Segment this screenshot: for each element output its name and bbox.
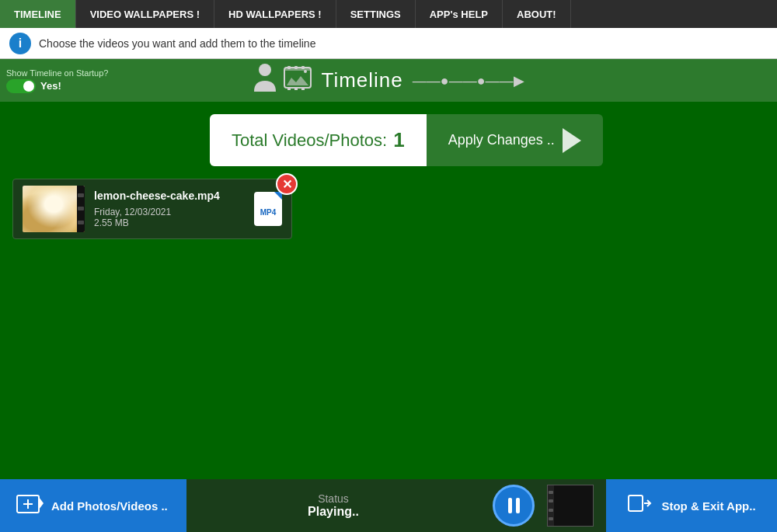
photo-icon [284,65,312,96]
toggle-row: Yes! [6,79,61,93]
action-row: Total Videos/Photos: 1 Apply Changes .. [0,102,777,166]
svg-rect-8 [294,88,298,90]
status-label: Status [318,492,349,505]
pause-bar-2 [516,498,520,513]
status-value: Playing.. [308,505,359,519]
main-area: Total Videos/Photos: 1 Apply Changes .. [0,102,777,532]
nav-item-settings[interactable]: SETTINGS [336,0,416,28]
nav-item-apps-help[interactable]: APP's HELP [416,0,503,28]
info-bar: i Choose the videos you want and add the… [0,28,777,59]
pause-bar-1 [508,498,512,513]
fp-hole [549,517,553,520]
video-list: lemon-cheese-cake.mp4 Friday, 12/03/2021… [0,166,777,239]
add-photos-label: Add Photos/Videos .. [51,499,168,513]
apply-changes-label: Apply Changes .. [448,132,555,148]
info-icon: i [9,33,31,54]
svg-rect-9 [301,88,305,90]
nav-item-timeline[interactable]: TIMELINE [0,0,76,28]
timeline-icon-group [253,62,312,99]
film-preview-strip-left [548,485,554,526]
thumbnail-image [23,186,85,232]
play-arrow-icon [563,128,581,153]
video-info: lemon-cheese-cake.mp4 Friday, 12/03/2021… [94,190,248,228]
timeline-center: Timeline ——●——●——▶ [12,62,765,99]
total-count: 1 [393,128,404,152]
svg-rect-5 [294,66,298,69]
exit-icon [627,491,652,521]
stop-exit-label: Stop & Exit App.. [661,499,755,513]
timeline-header: Show Timeline on Startup? Yes! [0,59,777,102]
fp-hole [549,499,553,502]
timeline-title: Timeline [321,68,402,92]
add-photos-button[interactable]: Add Photos/Videos .. [0,479,186,532]
nav-item-hd-wallpapers[interactable]: HD WALLPAPERS ! [214,0,336,28]
svg-point-0 [259,64,271,76]
film-arrow-icon: ——●——●——▶ [413,72,524,89]
svg-marker-11 [39,497,44,509]
film-hole [78,193,84,197]
svg-rect-4 [287,66,291,69]
startup-label: Show Timeline on Startup? [6,68,108,78]
total-label: Total Videos/Photos: [232,130,387,151]
film-strip-right [77,186,85,232]
fp-hole [549,509,553,512]
stop-exit-button[interactable]: Stop & Exit App.. [606,479,777,532]
pause-button[interactable] [493,485,535,527]
video-thumbnail [23,186,85,232]
pause-icon [508,498,520,513]
video-item: lemon-cheese-cake.mp4 Friday, 12/03/2021… [12,179,292,239]
toggle-yes-label: Yes! [40,80,61,92]
status-area: Status Playing.. [186,492,480,519]
startup-toggle[interactable] [6,79,36,93]
svg-rect-6 [301,66,305,69]
nav-bar: TIMELINE VIDEO WALLPAPERS ! HD WALLPAPER… [0,0,777,28]
total-card: Total Videos/Photos: 1 [210,114,427,166]
svg-point-3 [304,70,307,73]
nav-item-about[interactable]: ABOUT! [503,0,571,28]
add-photos-icon [16,489,44,523]
film-hole [78,207,84,210]
video-name: lemon-cheese-cake.mp4 [94,190,248,202]
fp-hole [549,491,553,494]
video-date: Friday, 12/03/2021 [94,207,248,217]
svg-rect-7 [287,88,291,90]
film-preview [547,485,594,527]
video-size: 2.55 MB [94,217,248,228]
bottom-bar: Add Photos/Videos .. Status Playing.. [0,479,777,532]
nav-item-video-wallpapers[interactable]: VIDEO WALLPAPERS ! [76,0,214,28]
svg-rect-14 [629,495,643,511]
info-text: Choose the videos you want and add them … [39,37,315,50]
remove-video-button[interactable]: ✕ [276,173,298,195]
apply-changes-button[interactable]: Apply Changes .. [427,114,603,166]
mp4-badge: MP4 [254,192,282,226]
person-icon [253,62,277,99]
startup-toggle-area: Show Timeline on Startup? Yes! [6,68,108,93]
film-hole [78,221,84,224]
mp4-label: MP4 [260,208,277,217]
